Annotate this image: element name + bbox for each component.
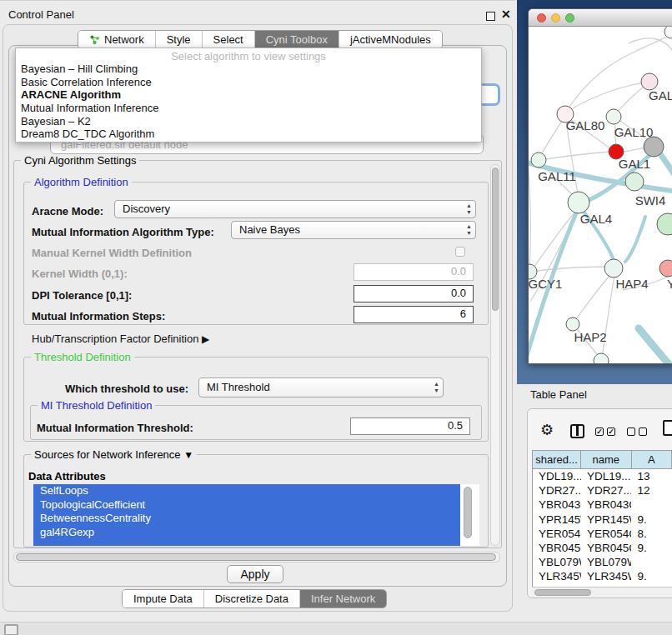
which-threshold-combobox[interactable]: MI Threshold ▲▼: [198, 378, 444, 398]
algorithm-option[interactable]: Bayesian – K2: [16, 115, 481, 128]
node-label: GCY1: [529, 277, 562, 291]
float-window-icon[interactable]: [486, 12, 495, 21]
network-node[interactable]: [644, 137, 664, 157]
table-cell: YDL19...: [581, 469, 631, 483]
scrollbar-thumb[interactable]: [534, 589, 591, 596]
mi-threshold-field[interactable]: 0.5: [350, 418, 470, 435]
tab-select[interactable]: Select: [203, 31, 255, 48]
chevron-right-icon: ▶: [202, 333, 209, 345]
attribute-list-item[interactable]: TopologicalCoefficient: [33, 498, 460, 512]
columns-icon[interactable]: [570, 424, 584, 438]
node-attribute-table[interactable]: shared...nameAYDL19...YDL19...13YDR27...…: [532, 450, 672, 597]
tab-discretize-data[interactable]: Discretize Data: [204, 590, 300, 608]
network-node[interactable]: [657, 213, 672, 235]
network-node[interactable]: [594, 353, 609, 364]
table-horizontal-scrollbar[interactable]: [532, 587, 672, 598]
tab-style[interactable]: Style: [156, 31, 203, 48]
manual-kernel-checkbox[interactable]: [455, 247, 465, 257]
network-node-gal4[interactable]: [568, 192, 589, 213]
table-row[interactable]: YDL19...YDL19...13: [533, 469, 672, 483]
dpi-tolerance-field[interactable]: 0.0: [354, 285, 474, 302]
network-node-gal11[interactable]: [531, 152, 546, 168]
network-edge[interactable]: [529, 127, 530, 270]
scrollbar-thumb[interactable]: [16, 553, 496, 561]
network-node-hap4[interactable]: [604, 259, 623, 278]
kernel-width-field[interactable]: 0.0: [354, 263, 474, 281]
network-edge[interactable]: [629, 38, 672, 55]
table-row[interactable]: YBL079WYBL079W: [533, 555, 672, 569]
minimize-window-icon[interactable]: [551, 13, 560, 22]
aracne-mode-label: Aracne Mode:: [32, 205, 103, 218]
close-panel-icon[interactable]: ✕: [501, 8, 511, 21]
network-node-gal10[interactable]: [606, 109, 621, 124]
attributes-list-scrollbar[interactable]: [464, 487, 472, 538]
table-row[interactable]: YPR145WYPR145W9.: [533, 512, 672, 527]
gear-icon[interactable]: ⚙: [540, 421, 554, 439]
network-view-window[interactable]: GALGAL80GAL10GAL1GAL11SWI4GAL4GCY1HAP4YH…: [528, 8, 672, 364]
deselect-all-icon[interactable]: [639, 428, 647, 436]
node-label: GAL1: [619, 157, 650, 171]
table-cell: YPR145W: [581, 512, 631, 527]
hub-definition-expander[interactable]: Hub/Transcription Factor Definition ▶: [32, 332, 209, 345]
algorithm-option[interactable]: Mutual Information Inference: [16, 102, 481, 115]
column-header[interactable]: A: [632, 451, 672, 468]
table-row[interactable]: YLR345WYLR345W9.: [533, 569, 672, 583]
attribute-list-item[interactable]: [33, 539, 460, 546]
page-icon[interactable]: [663, 420, 672, 436]
control-panel-tabs: NetworkStyleSelectCyni ToolboxjActiveMNo…: [78, 30, 443, 49]
data-attributes-list[interactable]: SelfLoopsTopologicalCoefficientBetweenne…: [33, 484, 479, 546]
collapsed-panel-button[interactable]: [4, 624, 18, 635]
settings-vertical-scrollbar[interactable]: [490, 164, 500, 546]
apply-button[interactable]: Apply: [227, 565, 283, 583]
table-cell: 9.: [631, 541, 672, 555]
tab-network[interactable]: Network: [78, 31, 156, 48]
network-icon: [89, 34, 100, 45]
scrollbar-thumb[interactable]: [492, 168, 499, 311]
select-all-icon[interactable]: ✓: [607, 428, 615, 436]
network-edge[interactable]: [539, 152, 612, 160]
settings-horizontal-scrollbar[interactable]: [13, 552, 500, 562]
network-node-swi4[interactable]: [625, 172, 644, 191]
table-row[interactable]: YBR043CYBR043C: [533, 498, 672, 512]
column-header[interactable]: name: [581, 451, 631, 468]
network-edge-highlighted[interactable]: [625, 217, 645, 262]
attribute-list-item[interactable]: BetweennessCentrality: [33, 512, 460, 526]
table-row[interactable]: YBR045CYBR045C9.: [533, 541, 672, 555]
network-edge-highlighted[interactable]: [639, 328, 672, 364]
tab-label: Infer Network: [311, 592, 375, 605]
algorithm-option[interactable]: Basic Correlation Inference: [16, 76, 481, 89]
attribute-list-item[interactable]: SelfLoops: [33, 484, 460, 498]
zoom-window-icon[interactable]: [565, 13, 574, 22]
network-edge[interactable]: [530, 267, 605, 272]
network-edge[interactable]: [530, 210, 577, 272]
network-node-y[interactable]: [659, 260, 672, 277]
aracne-mode-combobox[interactable]: Discovery ▲▼: [114, 200, 476, 218]
table-cell: YBR043C: [581, 498, 631, 512]
columns-icon-divider: [576, 426, 579, 436]
deselect-all-icon[interactable]: [627, 428, 635, 436]
table-row[interactable]: YER054CYER054C8.: [533, 527, 672, 541]
algorithm-option[interactable]: Bayesian – Hill Climbing: [16, 62, 481, 76]
tab-impute-data[interactable]: Impute Data: [123, 590, 204, 608]
tab-jactivemnodules[interactable]: jActiveMNodules: [339, 31, 442, 48]
network-edge[interactable]: [565, 82, 649, 113]
tab-infer-network[interactable]: Infer Network: [300, 590, 386, 608]
network-node-hap2[interactable]: [566, 318, 579, 331]
attribute-list-item[interactable]: gal4RGexp: [33, 526, 460, 540]
close-window-icon[interactable]: [537, 13, 546, 22]
mi-type-combobox[interactable]: Naive Bayes ▲▼: [231, 221, 476, 239]
algorithm-option[interactable]: ARACNE Algorithm: [16, 88, 481, 102]
column-header[interactable]: shared...: [533, 451, 581, 468]
tab-cyni-toolbox[interactable]: Cyni Toolbox: [255, 31, 339, 48]
network-node-gal[interactable]: [641, 73, 658, 90]
threshold-definition-title: Threshold Definition: [31, 351, 134, 363]
dpi-tolerance-label: DPI Tolerance [0,1]:: [32, 289, 132, 302]
sources-group-title[interactable]: Sources for Network Inference ▼: [31, 448, 197, 461]
table-row[interactable]: YDR27...YDR27...12: [533, 483, 672, 498]
table-cell: YER054C: [533, 527, 581, 541]
mi-steps-field[interactable]: 6: [354, 306, 474, 323]
select-all-icon[interactable]: ✓: [595, 428, 604, 436]
algorithm-option[interactable]: Dream8 DC_TDC Algorithm: [16, 128, 481, 141]
network-canvas[interactable]: GALGAL80GAL10GAL1GAL11SWI4GAL4GCY1HAP4YH…: [529, 27, 672, 364]
combo-arrows-icon: ▲▼: [434, 381, 439, 394]
